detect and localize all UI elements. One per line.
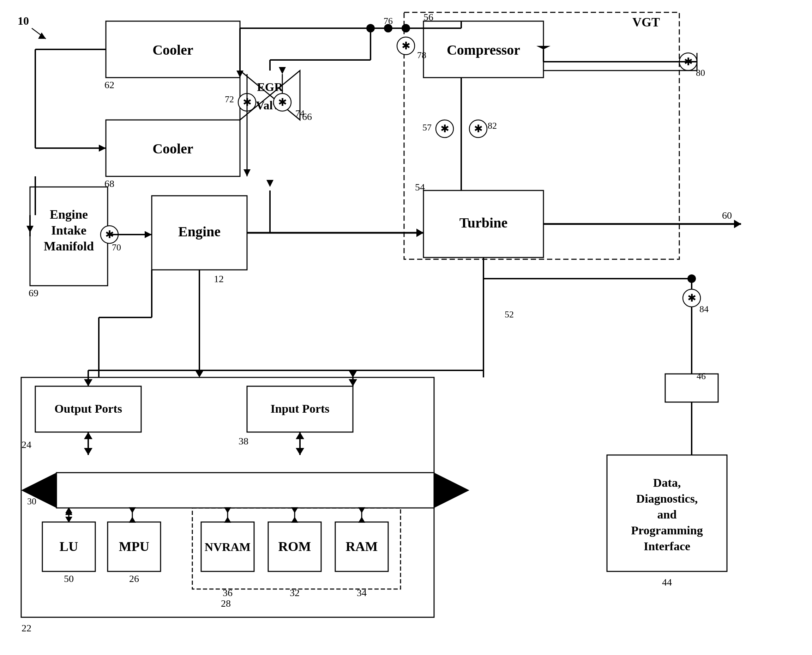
ref-52: 52 [505, 309, 514, 320]
input-ports-label: Input Ports [270, 402, 329, 415]
ref-28: 28 [221, 598, 231, 609]
ref-12: 12 [214, 274, 224, 284]
ref-57: 57 [422, 122, 431, 133]
engine-label: Engine [178, 224, 220, 240]
svg-text:✱: ✱ [441, 123, 449, 134]
ref-56: 56 [424, 12, 433, 23]
ref-82: 82 [488, 121, 497, 131]
svg-text:✱: ✱ [474, 123, 483, 134]
svg-text:✱: ✱ [278, 96, 287, 108]
ref-26: 26 [129, 573, 139, 584]
rom-label: ROM [279, 539, 311, 554]
compressor-label: Compressor [447, 42, 520, 58]
ref-78: 78 [417, 50, 426, 60]
data-diag-label1: Data, [653, 476, 681, 489]
svg-text:✱: ✱ [402, 40, 410, 51]
ref-74: 74 [295, 108, 305, 118]
ref-38: 38 [239, 436, 248, 447]
ref-22: 22 [22, 623, 31, 633]
ref-60: 60 [722, 210, 732, 221]
turbine-label: Turbine [459, 215, 507, 231]
output-ports-label: Output Ports [54, 402, 122, 415]
ref-70: 70 [112, 242, 121, 252]
cooler-mid-label: Cooler [153, 141, 193, 157]
nvram-label: NVRAM [205, 540, 251, 554]
lu-label: LU [60, 539, 79, 554]
ref-10: 10 [18, 14, 29, 27]
ref-24: 24 [22, 439, 31, 450]
ref-69: 69 [29, 288, 39, 298]
ram-label: RAM [346, 539, 378, 554]
ref-32: 32 [290, 587, 300, 598]
ref-72: 72 [225, 94, 234, 105]
engine-intake-label: Engine [50, 208, 88, 221]
ref-34: 34 [357, 587, 367, 598]
ref-62: 62 [105, 79, 114, 90]
egr-label: EGR [257, 80, 283, 94]
ref-36: 36 [223, 587, 233, 598]
ref-50: 50 [64, 573, 74, 584]
ref-84: 84 [700, 304, 709, 314]
ref-30: 30 [27, 496, 36, 506]
engine-intake-label3: Manifold [44, 239, 94, 253]
cooler-top-label: Cooler [153, 42, 193, 58]
data-diag-label4: Programming [631, 524, 703, 537]
svg-rect-59 [665, 374, 718, 402]
data-diag-label3: and [658, 508, 677, 521]
data-diag-label5: Interface [644, 540, 690, 553]
mpu-label: MPU [119, 539, 149, 554]
ref-76: 76 [384, 16, 393, 26]
ref-54: 54 [415, 181, 425, 192]
engine-intake-label2: Intake [51, 223, 86, 237]
ref-44: 44 [662, 577, 672, 587]
svg-text:✱: ✱ [687, 292, 696, 304]
svg-rect-90 [57, 473, 434, 508]
data-diag-label2: Diagnostics, [636, 492, 698, 505]
ref-46: 46 [696, 371, 706, 381]
vgt-label: VGT [632, 15, 660, 29]
